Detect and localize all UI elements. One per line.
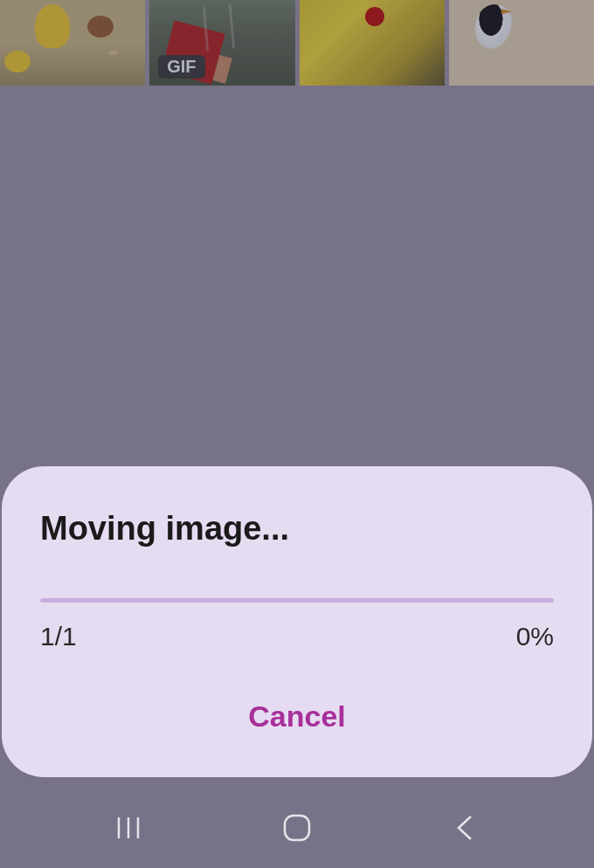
svg-rect-3 — [285, 816, 309, 840]
gif-badge: GIF — [158, 55, 204, 79]
dialog-title: Moving image... — [40, 510, 554, 548]
moving-image-dialog: Moving image... 1/1 0% Cancel — [2, 466, 592, 777]
thumbnail-item[interactable] — [449, 0, 594, 86]
back-icon[interactable] — [448, 810, 483, 845]
thumbnail-item[interactable]: GIF — [149, 0, 294, 86]
home-icon[interactable] — [280, 810, 314, 845]
recents-icon[interactable] — [111, 810, 146, 845]
gallery-grid: GIF — [0, 0, 594, 86]
progress-info: 1/1 0% — [40, 622, 554, 651]
progress-bar — [40, 598, 554, 603]
progress-percent: 0% — [516, 622, 554, 651]
cancel-button[interactable]: Cancel — [40, 689, 554, 739]
navigation-bar — [0, 788, 594, 868]
thumbnail-item[interactable] — [300, 0, 445, 86]
progress-count: 1/1 — [40, 622, 77, 651]
thumbnail-item[interactable] — [0, 0, 145, 86]
